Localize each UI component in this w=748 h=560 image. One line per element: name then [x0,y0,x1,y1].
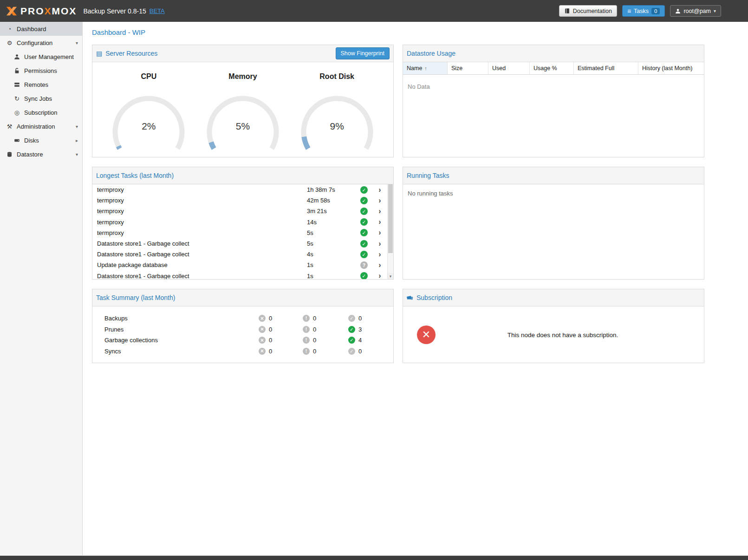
gauge-value: 9% [295,121,379,132]
warning-status-icon [303,326,310,333]
expander-down-icon[interactable]: ▾ [76,40,78,46]
warning-count: 0 [313,315,316,322]
ok-status-icon [348,315,355,322]
error-count: 0 [269,315,272,322]
table-row[interactable]: Datastore store1 - Garbage collect 4s › [92,249,387,260]
beta-link[interactable]: BETA [150,7,165,14]
table-row: Garbage collections 0 0 4 [104,335,393,346]
column-header-estimated-full[interactable]: Estimated Full [574,62,638,74]
subscription-message: This node does not have a subscription. [436,332,690,339]
table-row[interactable]: Datastore store1 - Garbage collect 5s › [92,238,387,249]
chevron-right-icon[interactable]: › [372,208,387,215]
chevron-right-icon[interactable]: › [372,272,387,280]
summary-label: Backups [104,315,259,322]
chevron-right-icon[interactable]: › [372,251,387,258]
task-status-icon [360,272,368,280]
panel-title: Running Tasks [407,172,449,179]
user-menu-button[interactable]: root@pam ▾ [670,5,721,17]
tasks-button[interactable]: ≡ Tasks 0 [622,5,665,17]
running-tasks-empty-text: No running tasks [403,184,704,202]
ok-count: 3 [358,326,362,333]
scrollbar[interactable]: ▾ [387,184,393,280]
wrench-icon: ⚒ [6,123,13,130]
ok-status-icon [348,348,355,355]
table-row[interactable]: Datastore store1 - Garbage collect 1s › [92,271,387,280]
scroll-down-button[interactable]: ▾ [388,273,393,280]
task-status-icon [360,251,368,258]
column-label: Usage % [533,65,557,72]
chevron-right-icon[interactable]: › [372,261,387,269]
tasks-label: Tasks [634,8,649,14]
table-row[interactable]: termproxy 42m 58s › [92,195,387,206]
task-duration: 42m 58s [307,197,356,204]
unlock-icon [13,68,21,74]
sidebar-item-administration[interactable]: ⚒ Administration ▾ [0,119,82,133]
table-row[interactable]: termproxy 3m 21s › [92,206,387,216]
sidebar-item-permissions[interactable]: Permissions [0,64,82,78]
summary-label: Prunes [104,326,259,333]
column-label: Name [407,65,422,72]
sidebar-item-user-management[interactable]: User Management [0,50,82,64]
column-header-size[interactable]: Size [448,62,488,74]
gauge-value: 5% [201,121,285,132]
table-row[interactable]: termproxy 1h 38m 7s › [92,184,387,195]
table-row[interactable]: Update package database 1s › [92,260,387,270]
top-bar: PROXMOX Backup Server 0.8-15 BETA Docume… [0,0,748,22]
sidebar-item-configuration[interactable]: ⚙ Configuration ▾ [0,36,82,50]
gauge-label: CPU [141,72,156,81]
column-header-used[interactable]: Used [488,62,530,74]
task-list-icon: ≡ [627,8,631,14]
sidebar-item-label: Disks [24,137,39,144]
column-header-history[interactable]: History (last Month) [638,62,704,74]
task-duration: 1h 38m 7s [307,186,356,193]
sidebar-item-datastore[interactable]: Datastore ▾ [0,147,82,161]
panel-longest-tasks: Longest Tasks (last Month) termproxy 1h … [92,167,394,280]
gears-icon: ⚙ [6,39,13,46]
show-fingerprint-button[interactable]: Show Fingerprint [336,47,390,59]
column-header-name[interactable]: Name ↑ [403,62,448,74]
expander-down-icon[interactable]: ▾ [76,124,78,129]
tasks-count-badge: 0 [651,8,660,14]
datastore-usage-empty-text: No Data [403,75,704,98]
task-name: termproxy [92,208,307,215]
warning-status-icon [303,315,310,322]
sidebar-item-remotes[interactable]: Remotes [0,78,82,91]
column-header-usage-pct[interactable]: Usage % [530,62,574,74]
user-icon [675,8,681,14]
chevron-right-icon[interactable]: › [372,229,387,236]
chevron-right-icon[interactable]: › [372,240,387,247]
table-row[interactable]: termproxy 5s › [92,228,387,238]
chevron-right-icon[interactable]: › [372,218,387,226]
panel-title: Subscription [416,294,452,301]
task-status-icon [360,261,368,269]
documentation-button[interactable]: Documentation [559,5,617,17]
scrollbar-thumb[interactable] [388,184,393,253]
gauge-value: 2% [107,121,190,132]
error-status-icon [259,337,266,344]
gauge-label: Memory [228,72,257,81]
sidebar-item-subscription[interactable]: ◎ Subscription [0,105,82,119]
panel-subscription: Subscription ✕ This node does not have a… [403,289,704,363]
sidebar-item-label: Subscription [24,109,58,116]
chevron-right-icon[interactable]: › [372,186,387,194]
sidebar: ◔ Dashboard ⚙ Configuration ▾ User Manag… [0,22,83,555]
sidebar-item-label: Remotes [24,81,48,88]
sidebar-item-label: Administration [17,123,55,130]
task-duration: 5s [307,229,356,236]
task-duration: 4s [307,251,356,258]
sidebar-item-disks[interactable]: Disks ▸ [0,133,82,147]
table-row: Syncs 0 0 0 [104,346,393,357]
task-status-icon [360,208,368,215]
chevron-right-icon[interactable]: › [372,197,387,204]
sidebar-item-dashboard[interactable]: ◔ Dashboard [0,22,82,36]
task-name: Datastore store1 - Garbage collect [92,240,307,247]
sidebar-item-sync-jobs[interactable]: ↻ Sync Jobs [0,91,82,105]
task-status-icon [360,197,368,204]
expander-right-icon[interactable]: ▸ [76,138,78,143]
tachometer-icon: ◔ [6,26,13,33]
refresh-icon: ↻ [13,95,21,102]
hdd-icon [13,137,21,143]
expander-down-icon[interactable]: ▾ [76,152,78,157]
table-row[interactable]: termproxy 14s › [92,217,387,228]
task-duration: 1s [307,273,356,280]
